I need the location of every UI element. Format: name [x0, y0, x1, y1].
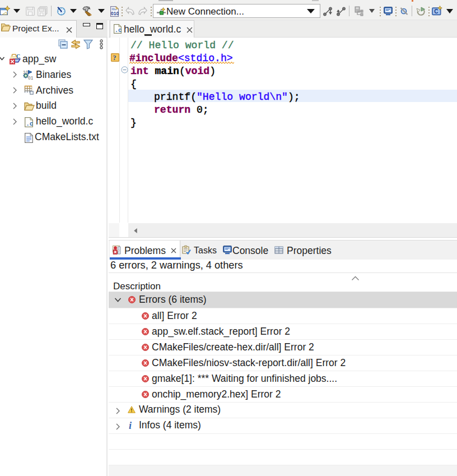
svg-text:C: C: [434, 8, 438, 15]
svg-text:C: C: [16, 53, 20, 59]
svg-text:01: 01: [28, 75, 33, 80]
svg-text:.c: .c: [115, 27, 122, 34]
svg-text:?: ?: [113, 54, 116, 62]
svg-text:.c: .c: [26, 121, 33, 127]
svg-text:010: 010: [111, 11, 119, 16]
